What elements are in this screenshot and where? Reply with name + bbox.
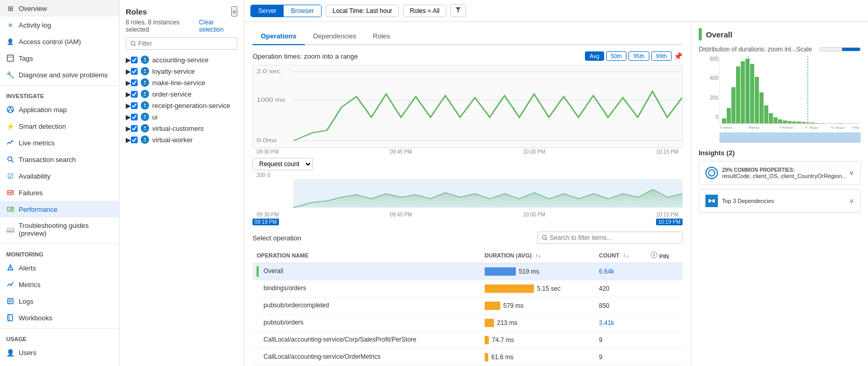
- role-label-makeline: make-line-service: [152, 79, 205, 87]
- insight-expand-deps[interactable]: ∨: [849, 197, 854, 205]
- chart-pin-button[interactable]: 📌: [674, 52, 683, 60]
- overall-green-indicator: [699, 28, 702, 40]
- expand-arrow-makeline[interactable]: ▶: [126, 79, 131, 87]
- roles-collapse-button[interactable]: «: [231, 6, 237, 17]
- sidebar-item-iam[interactable]: 👤 Access control (IAM): [0, 33, 119, 50]
- insight-left-common: 29% COMMON PROPERTIES: resultCode, clien…: [705, 167, 847, 179]
- table-row[interactable]: CallLocal/accounting-service/OrderMetric…: [252, 349, 683, 366]
- tab-roles[interactable]: Roles: [365, 28, 398, 45]
- role-checkbox-ui[interactable]: [131, 114, 138, 120]
- role-checkbox-loyalty[interactable]: [131, 68, 138, 75]
- sidebar-item-activity-log[interactable]: ≡ Activity log: [0, 17, 119, 33]
- insight-icon-common: [705, 167, 718, 179]
- role-checkbox-accounting[interactable]: [131, 57, 138, 63]
- table-row[interactable]: pubsub/ordercompleted 579 ms 850: [252, 297, 683, 315]
- sidebar-item-smart-detection[interactable]: ⚡ Smart detection: [0, 118, 119, 134]
- operation-times-chart[interactable]: 2.0 sec 1000 ms 0.0ms: [252, 65, 683, 148]
- top-bar: Server Browser Local Time: Last hour Rol…: [244, 0, 868, 22]
- table-row[interactable]: bindings/orders 5.15 sec 420: [252, 280, 683, 297]
- filter-funnel-button[interactable]: [450, 4, 466, 17]
- expand-arrow-loyalty[interactable]: ▶: [126, 67, 131, 75]
- tab-dependencies[interactable]: Dependencies: [305, 28, 365, 45]
- insight-card-common-props[interactable]: 29% COMMON PROPERTIES: resultCode, clien…: [699, 161, 861, 185]
- p99-metric-button[interactable]: 99th: [651, 51, 672, 61]
- expand-arrow-virtual-worker[interactable]: ▶: [126, 136, 131, 144]
- role-label-virtual-customers: virtual-customers: [152, 125, 204, 132]
- expand-arrow-virtual-customers[interactable]: ▶: [126, 125, 131, 132]
- avg-metric-button[interactable]: Avg: [585, 51, 604, 61]
- insight-card-top-deps[interactable]: Top 3 Dependencies ∨: [699, 189, 861, 213]
- sidebar-item-label: Access control (IAM): [19, 38, 81, 46]
- expand-arrow-ui[interactable]: ▶: [126, 113, 131, 121]
- sidebar-item-label: Workbooks: [19, 314, 52, 322]
- tab-operations[interactable]: Operations: [252, 28, 305, 45]
- server-toggle-button[interactable]: Server: [251, 5, 284, 17]
- op-duration-cell: 213 ms: [480, 315, 595, 332]
- chart-panel: Operations Dependencies Roles Operation …: [244, 22, 691, 366]
- sidebar-item-availability[interactable]: ☑ Availability: [0, 168, 119, 184]
- role-checkbox-order[interactable]: [131, 91, 138, 98]
- expand-arrow-order[interactable]: ▶: [126, 90, 131, 98]
- role-checkbox-virtual-customers[interactable]: [131, 125, 138, 132]
- role-icon-virtual-customers: [141, 124, 149, 132]
- brush-y-labels: 200 0: [252, 172, 683, 179]
- sidebar-item-workbooks[interactable]: Workbooks: [0, 309, 119, 326]
- op-search-input[interactable]: [550, 234, 678, 241]
- filter-funnel-icon: [455, 7, 461, 13]
- svg-rect-65: [759, 92, 764, 124]
- table-row[interactable]: Overall 519 ms 6.64k: [252, 263, 683, 280]
- sidebar-item-users[interactable]: 👤 Users: [0, 344, 119, 361]
- row-spacer: [257, 301, 259, 311]
- roles-panel: Roles « 8 roles, 8 instances selected Cl…: [119, 0, 244, 366]
- role-checkbox-receipt[interactable]: [131, 102, 138, 109]
- sidebar-item-metrics[interactable]: Metrics: [0, 276, 119, 293]
- sidebar-item-live-metrics[interactable]: Live metrics: [0, 134, 119, 151]
- sidebar-item-performance[interactable]: Performance: [0, 201, 119, 218]
- brush-time-4: 10:15 PM: [656, 212, 678, 218]
- sidebar-item-diagnose[interactable]: 🔧 Diagnose and solve problems: [0, 66, 119, 83]
- sidebar-item-transaction-search[interactable]: Transaction search: [0, 151, 119, 168]
- duration-bar-pubsub-orders: 213 ms: [485, 319, 591, 327]
- expand-arrow-accounting[interactable]: ▶: [126, 56, 131, 64]
- brush-chart-svg[interactable]: [252, 179, 683, 210]
- sidebar-item-failures[interactable]: Failures: [0, 184, 119, 201]
- role-checkbox-virtual-worker[interactable]: [131, 137, 138, 143]
- role-label-ui: ui: [152, 113, 157, 121]
- sidebar-item-logs[interactable]: Logs: [0, 293, 119, 309]
- browser-toggle-button[interactable]: Browser: [284, 5, 321, 17]
- insight-left-deps: Top 3 Dependencies: [705, 195, 774, 207]
- col-duration: DURATION (AVG) ↑↓: [480, 248, 595, 263]
- role-checkbox-makeline[interactable]: [131, 79, 138, 86]
- roles-filter-input[interactable]: [138, 40, 233, 47]
- table-row[interactable]: pubsub/orders 213 ms 3.41k: [252, 315, 683, 332]
- time-range-button[interactable]: Local Time: Last hour: [326, 5, 399, 17]
- hist-range-slider[interactable]: 1.0ms 14ms 24sec: [699, 132, 861, 143]
- pin-header-icon: [650, 251, 658, 259]
- duration-bar-overall: 519 ms: [485, 267, 591, 276]
- sidebar-item-appmap[interactable]: Application map: [0, 101, 119, 118]
- iam-icon: 👤: [6, 37, 15, 46]
- col-count: COUNT ↑↓: [595, 248, 646, 263]
- failures-icon: [6, 188, 15, 197]
- p50-metric-button[interactable]: 50th: [606, 51, 626, 61]
- sidebar-item-troubleshoot[interactable]: 📖 Troubleshooting guides (preview): [0, 218, 119, 241]
- time-label-3: 10:00 PM: [523, 149, 545, 155]
- sidebar-item-tags[interactable]: Tags: [0, 50, 119, 66]
- role-icon-loyalty: [141, 67, 149, 75]
- scale-slider[interactable]: [819, 47, 861, 51]
- clear-selection-link[interactable]: Clear selection: [199, 19, 237, 33]
- alerts-icon: [6, 264, 15, 272]
- op-duration-cell: 579 ms: [480, 297, 595, 315]
- roles-filter-button[interactable]: Roles = All: [403, 5, 446, 17]
- op-search-box: [537, 232, 683, 244]
- insight-expand-common[interactable]: ∨: [849, 169, 854, 177]
- overall-label: Overall: [706, 30, 732, 39]
- table-row[interactable]: CallLocal/accounting-service/Corp/SalesP…: [252, 332, 683, 349]
- op-duration-cell: 74.7 ms: [480, 332, 595, 349]
- sidebar-item-alerts[interactable]: Alerts: [0, 260, 119, 276]
- p95-metric-button[interactable]: 95th: [629, 51, 649, 61]
- sidebar-item-overview[interactable]: ⊞ Overview: [0, 0, 119, 17]
- expand-arrow-receipt[interactable]: ▶: [126, 102, 131, 110]
- request-count-dropdown[interactable]: Request count: [252, 158, 313, 170]
- insight-icon-deps: [705, 195, 718, 207]
